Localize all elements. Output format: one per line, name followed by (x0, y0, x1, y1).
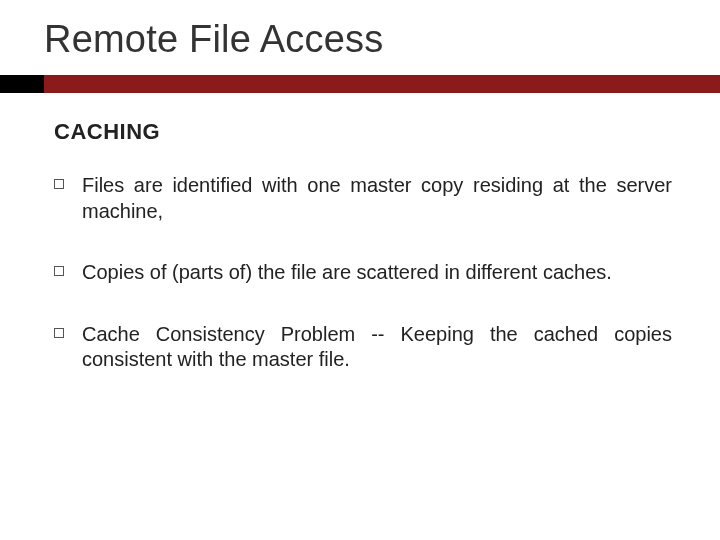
bullet-list: Files are identified with one master cop… (54, 173, 672, 373)
bullet-item: Copies of (parts of) the file are scatte… (54, 260, 672, 286)
bullet-item: Cache Consistency Problem -- Keeping the… (54, 322, 672, 373)
accent-bar-right (44, 75, 720, 93)
square-bullet-icon (54, 179, 64, 189)
bullet-item: Files are identified with one master cop… (54, 173, 672, 224)
accent-bar-left (0, 75, 44, 93)
square-bullet-icon (54, 266, 64, 276)
bullet-text: Copies of (parts of) the file are scatte… (82, 261, 612, 283)
slide-title: Remote File Access (44, 18, 720, 61)
bullet-text: Cache Consistency Problem -- Keeping the… (82, 323, 672, 371)
accent-bar (0, 75, 720, 93)
bullet-text: Files are identified with one master cop… (82, 174, 672, 222)
title-area: Remote File Access (0, 0, 720, 61)
slide: Remote File Access CACHING Files are ide… (0, 0, 720, 540)
content-area: CACHING Files are identified with one ma… (0, 93, 720, 373)
square-bullet-icon (54, 328, 64, 338)
section-heading: CACHING (54, 119, 672, 145)
